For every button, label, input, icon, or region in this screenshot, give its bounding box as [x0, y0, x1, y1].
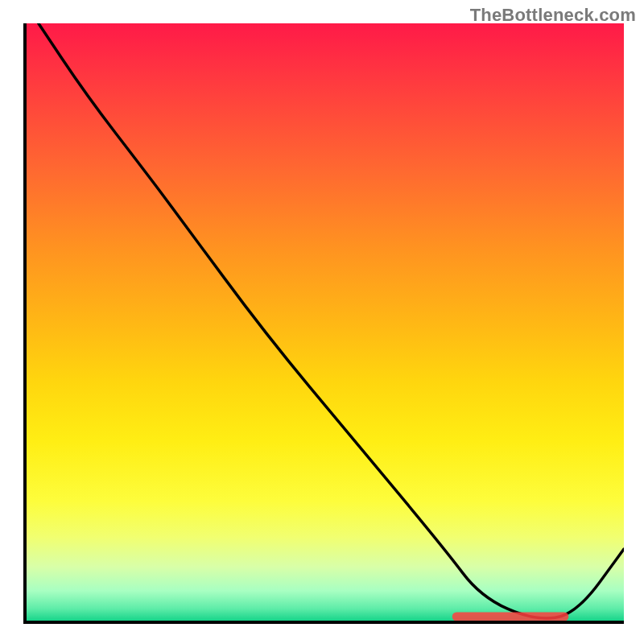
- chart-plot-area: [23, 23, 624, 624]
- chart-curve: [39, 23, 624, 618]
- chart-svg: [27, 23, 624, 621]
